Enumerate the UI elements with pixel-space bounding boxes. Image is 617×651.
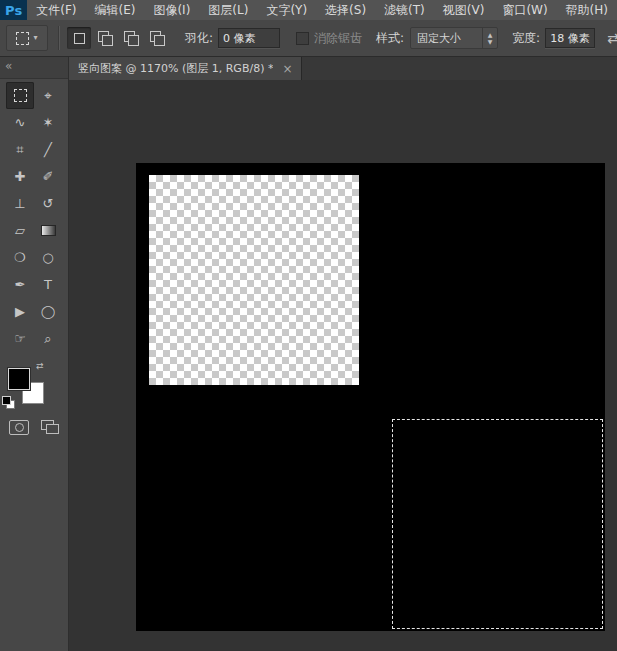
photoshop-window: Ps 文件(F) 编辑(E) 图像(I) 图层(L) 文字(Y) 选择(S) 滤… bbox=[0, 0, 617, 651]
swap-colors-icon[interactable]: ⇄ bbox=[36, 361, 44, 371]
antialias-label: 消除锯齿 bbox=[314, 30, 362, 47]
style-dropdown[interactable]: 固定大小 ▲ ▼ bbox=[410, 27, 498, 49]
tool-zoom[interactable]: ⌕ bbox=[34, 325, 62, 352]
rectangular-marquee-icon bbox=[16, 32, 29, 45]
quick-mask-icon bbox=[15, 423, 24, 432]
ps-logo: Ps bbox=[0, 0, 27, 20]
tool-preset-picker[interactable]: ▾ bbox=[6, 25, 48, 51]
tool-pen[interactable]: ✒ bbox=[6, 271, 34, 298]
menu-bar: Ps 文件(F) 编辑(E) 图像(I) 图层(L) 文字(Y) 选择(S) 滤… bbox=[0, 0, 617, 20]
tool-crop[interactable]: ⌗ bbox=[6, 136, 34, 163]
quick-mask-button[interactable] bbox=[9, 420, 29, 435]
magic-wand-icon: ✶ bbox=[43, 115, 54, 130]
ellipse-shape-icon: ◯ bbox=[41, 304, 56, 319]
eraser-icon: ▱ bbox=[15, 223, 25, 238]
menu-type[interactable]: 文字(Y) bbox=[257, 0, 316, 20]
feather-input[interactable] bbox=[218, 28, 280, 48]
gradient-icon bbox=[41, 225, 56, 236]
move-icon: ⌖ bbox=[44, 88, 51, 104]
screen-mode-icon bbox=[46, 424, 59, 434]
tool-path-selection[interactable]: ▶ bbox=[6, 298, 34, 325]
blur-icon: ❍ bbox=[14, 250, 26, 265]
collapse-panel-button[interactable]: « bbox=[0, 57, 68, 79]
add-to-selection-button[interactable] bbox=[93, 27, 117, 49]
zoom-icon: ⌕ bbox=[44, 331, 51, 347]
document-tab[interactable]: 竖向图案 @ 1170% (图层 1, RGB/8) * × bbox=[69, 57, 302, 80]
toolbar-bottom bbox=[0, 420, 68, 435]
new-selection-button[interactable] bbox=[67, 27, 91, 49]
rectangular-marquee-icon bbox=[14, 89, 27, 102]
tool-rectangular-marquee[interactable] bbox=[6, 82, 34, 109]
stepper-arrows-icon[interactable]: ▲ ▼ bbox=[482, 28, 497, 48]
history-brush-icon: ↺ bbox=[43, 196, 54, 211]
dodge-icon: ○ bbox=[42, 250, 53, 265]
new-selection-icon bbox=[74, 33, 85, 44]
chevron-down-icon: ▾ bbox=[33, 34, 37, 42]
menu-file[interactable]: 文件(F) bbox=[27, 0, 85, 20]
menu-image[interactable]: 图像(I) bbox=[144, 0, 199, 20]
menu-layer[interactable]: 图层(L) bbox=[199, 0, 257, 20]
width-label: 宽度: bbox=[512, 30, 540, 47]
feather-label: 羽化: bbox=[185, 30, 213, 47]
collapse-icon: « bbox=[5, 59, 12, 73]
separator bbox=[58, 26, 59, 50]
menu-window[interactable]: 窗口(W) bbox=[493, 0, 556, 20]
document-canvas[interactable] bbox=[136, 163, 605, 631]
eyedropper-icon: ╱ bbox=[44, 142, 52, 157]
menu-select[interactable]: 选择(S) bbox=[316, 0, 375, 20]
marching-ants-selection bbox=[392, 419, 603, 629]
tools-panel: « ⌖ ∿ ✶ ⌗ ╱ ✚ ✐ ⊥ ↺ ▱ ❍ ○ ✒ T ▶ ◯ ☞ ⌕ ⇄ bbox=[0, 57, 69, 651]
pasteboard bbox=[69, 80, 617, 651]
tool-hand[interactable]: ☞ bbox=[6, 325, 34, 352]
brush-icon: ✐ bbox=[43, 169, 54, 184]
default-colors-icon[interactable] bbox=[2, 396, 15, 409]
tool-gradient[interactable] bbox=[34, 217, 62, 244]
menu-view[interactable]: 视图(V) bbox=[434, 0, 494, 20]
document-tab-bar: 竖向图案 @ 1170% (图层 1, RGB/8) * × bbox=[69, 57, 617, 80]
menu-filter[interactable]: 滤镜(T) bbox=[375, 0, 434, 20]
transparent-region bbox=[149, 175, 359, 385]
tool-move[interactable]: ⌖ bbox=[34, 82, 62, 109]
tool-brush[interactable]: ✐ bbox=[34, 163, 62, 190]
tool-lasso[interactable]: ∿ bbox=[6, 109, 34, 136]
tool-magic-wand[interactable]: ✶ bbox=[34, 109, 62, 136]
type-icon: T bbox=[44, 277, 52, 292]
color-swatches: ⇄ bbox=[0, 360, 68, 412]
antialias-checkbox[interactable] bbox=[296, 32, 309, 45]
tool-clone-stamp[interactable]: ⊥ bbox=[6, 190, 34, 217]
clone-stamp-icon: ⊥ bbox=[14, 196, 25, 211]
tool-healing-brush[interactable]: ✚ bbox=[6, 163, 34, 190]
tool-blur[interactable]: ❍ bbox=[6, 244, 34, 271]
close-icon[interactable]: × bbox=[282, 62, 292, 76]
screen-mode-button[interactable] bbox=[41, 420, 59, 433]
foreground-color-swatch[interactable] bbox=[8, 368, 30, 390]
options-bar: ▾ 羽化: 消除锯齿 样式: 固定大小 ▲ ▼ bbox=[0, 20, 617, 57]
style-value: 固定大小 bbox=[411, 31, 482, 46]
menu-help[interactable]: 帮助(H) bbox=[557, 0, 617, 20]
subtract-from-selection-button[interactable] bbox=[119, 27, 143, 49]
width-input[interactable] bbox=[545, 28, 595, 48]
pen-icon: ✒ bbox=[15, 277, 26, 292]
swap-dimensions-icon[interactable]: ⇄ bbox=[607, 30, 617, 46]
tool-eyedropper[interactable]: ╱ bbox=[34, 136, 62, 163]
intersect-selection-button[interactable] bbox=[145, 27, 169, 49]
hand-icon: ☞ bbox=[14, 331, 26, 346]
tool-history-brush[interactable]: ↺ bbox=[34, 190, 62, 217]
tool-type[interactable]: T bbox=[34, 271, 62, 298]
healing-brush-icon: ✚ bbox=[15, 169, 26, 184]
tool-dodge[interactable]: ○ bbox=[34, 244, 62, 271]
tool-grid: ⌖ ∿ ✶ ⌗ ╱ ✚ ✐ ⊥ ↺ ▱ ❍ ○ ✒ T ▶ ◯ ☞ ⌕ bbox=[6, 82, 62, 352]
tool-eraser[interactable]: ▱ bbox=[6, 217, 34, 244]
path-selection-icon: ▶ bbox=[15, 304, 25, 319]
document-tab-title: 竖向图案 @ 1170% (图层 1, RGB/8) * bbox=[78, 61, 273, 76]
tool-ellipse-shape[interactable]: ◯ bbox=[34, 298, 62, 325]
style-label: 样式: bbox=[376, 30, 404, 47]
lasso-icon: ∿ bbox=[15, 115, 26, 130]
crop-icon: ⌗ bbox=[16, 142, 23, 158]
menu-edit[interactable]: 编辑(E) bbox=[85, 0, 144, 20]
